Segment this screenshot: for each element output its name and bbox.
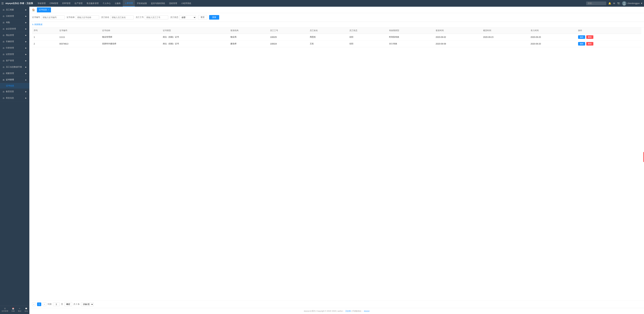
col-action: 操作 bbox=[576, 27, 641, 34]
tab-cert-info[interactable]: 证书信息 × bbox=[37, 7, 51, 12]
refresh-label: 刷新数据 bbox=[34, 23, 42, 26]
forum-label: 论坛 bbox=[24, 310, 28, 312]
reward-icon: ⚖ bbox=[3, 97, 4, 99]
nav-item-miniapp[interactable]: 小程序系统 bbox=[179, 0, 193, 7]
cell-cert-name-1: 物业管理师 bbox=[100, 34, 161, 40]
nav-item-aftersales[interactable]: 售后服务管理 bbox=[84, 0, 100, 7]
sidebar-item-archive[interactable]: ⚖ 档案管理 ▶ bbox=[0, 70, 29, 77]
user-info[interactable]: chendongguo ▼ bbox=[622, 1, 643, 5]
tab-close-icon[interactable]: × bbox=[48, 9, 49, 11]
sidebar-item-supplies[interactable]: ⚖ 用品管理 ▶ bbox=[0, 32, 29, 38]
nav-item-cloud[interactable]: 云服务 bbox=[113, 0, 123, 7]
sidebar-item-seal[interactable]: ⚖ 印章管理 ▶ bbox=[0, 45, 29, 51]
chevron-icon-7: ▶ bbox=[25, 47, 27, 49]
col-cert-type: 证书类型 bbox=[161, 27, 229, 34]
filter-emp-no-group: 员工工号 bbox=[136, 15, 168, 19]
sidebar-bottom-forum[interactable]: 💬 论坛 bbox=[24, 308, 28, 312]
nav-item-dev[interactable]: 开发者桌面 bbox=[135, 0, 149, 7]
emp-no-input[interactable] bbox=[145, 15, 168, 19]
avatar bbox=[622, 1, 626, 5]
sidebar-subitem-cert-info[interactable]: 证书信息 bbox=[0, 83, 29, 89]
top-right-area: 🔔 ✉ 📷 chendongguo ▼ bbox=[586, 1, 643, 5]
sidebar-label-education: 教育背景 bbox=[6, 90, 14, 93]
per-page-select[interactable]: 10条/页 15条/页 20条/页 50条/页 bbox=[81, 302, 94, 306]
next-page-button[interactable]: › bbox=[42, 303, 46, 306]
cert-name-input[interactable] bbox=[76, 15, 99, 19]
sidebar-bottom-notes[interactable]: ✏ 笔记 bbox=[18, 308, 21, 312]
col-issuer: 签发机构 bbox=[229, 27, 268, 34]
tab-bar: 🏠 证书信息 × bbox=[29, 7, 644, 13]
col-emp-no: 员工工号 bbox=[268, 27, 308, 34]
search-input[interactable] bbox=[586, 1, 606, 5]
page-confirm-button[interactable]: 确定 bbox=[64, 302, 72, 306]
employee-dict-icon: ⚖ bbox=[3, 66, 4, 68]
reset-button[interactable]: 重置 bbox=[198, 15, 207, 19]
top-navigation: ☰ skyeye云办公 作者：卫志强 学校管理 CRM管理 ERP管理 生产管理… bbox=[0, 0, 644, 7]
filter-cert-no-group: 证书编号 bbox=[32, 15, 64, 19]
col-issue-date: 签发时间 bbox=[434, 27, 482, 34]
sidebar-item-meeting[interactable]: ⚖ 会议室管理 ▶ bbox=[0, 26, 29, 32]
sidebar-item-attendance[interactable]: ⚖ 考勤 ▶ bbox=[0, 19, 29, 26]
sidebar-label-meeting: 会议室管理 bbox=[6, 27, 16, 30]
nav-item-school[interactable]: 学校管理 bbox=[36, 0, 48, 7]
sidebar-item-education[interactable]: ⚖ 教育背景 ▶ bbox=[0, 89, 29, 95]
user-dropdown-icon[interactable]: ▼ bbox=[641, 2, 643, 4]
nav-item-crm[interactable]: CRM管理 bbox=[48, 0, 60, 7]
refresh-button[interactable]: ↻ 刷新数据 bbox=[32, 23, 42, 26]
nav-item-workflow[interactable]: 流程管理 bbox=[167, 0, 179, 7]
cell-emp-no-2: 100024 bbox=[268, 40, 308, 47]
edit-button-1[interactable]: 编辑 bbox=[578, 35, 585, 39]
filter-bar: 证书编号 证书名称 员工姓名 员工工号 员工状态 全部 在职 离职 bbox=[29, 13, 644, 22]
emp-status-select[interactable]: 全部 在职 离职 bbox=[179, 15, 196, 19]
sidebar-bottom-files[interactable]: ☰ 文件管理 bbox=[2, 308, 8, 312]
sidebar-item-employee-dict[interactable]: ⚖ 员工信息数据字典 ▶ bbox=[0, 64, 29, 70]
cell-issue-date-2: 2020-09-09 bbox=[434, 40, 482, 47]
message-icon[interactable]: ✉ bbox=[613, 2, 615, 5]
nav-item-hr[interactable]: 人事管理 bbox=[123, 0, 135, 7]
edit-button-2[interactable]: 编辑 bbox=[578, 42, 585, 45]
home-tab-button[interactable]: 🏠 bbox=[31, 7, 36, 12]
sidebar-item-license[interactable]: ⚖ 证照管理 ▶ bbox=[0, 51, 29, 58]
notification-icon[interactable]: 🔔 bbox=[608, 2, 611, 5]
footer-open-source-link[interactable]: skyeye bbox=[364, 310, 370, 312]
search-button[interactable]: 搜索 bbox=[209, 15, 219, 19]
sidebar-item-asset[interactable]: ⚖ 资产管理 ▶ bbox=[0, 58, 29, 64]
nav-item-personal[interactable]: 个人中心 bbox=[100, 0, 113, 7]
footer-author-link[interactable]: 卫志强 bbox=[345, 310, 351, 312]
sidebar-bottom-bar: ☰ 文件管理 📅 日程 ✏ 笔记 💬 论坛 bbox=[0, 306, 29, 314]
nav-item-erp[interactable]: ERP管理 bbox=[60, 0, 72, 7]
to-page-label: 到第 bbox=[48, 303, 52, 306]
chevron-icon: ▶ bbox=[25, 9, 27, 11]
sidebar-item-employee-file[interactable]: ⚖ 员工档案 ▶ bbox=[0, 7, 29, 13]
cell-action-1: 编辑 删除 bbox=[576, 34, 641, 40]
cert-no-input[interactable] bbox=[41, 15, 64, 19]
filter-cert-name-group: 证书名称 bbox=[66, 15, 99, 19]
cell-cert-no-1: 11111 bbox=[58, 34, 100, 40]
footer-text: skyeye云系列 | Copyright © 2018~2020 | auth… bbox=[304, 310, 345, 312]
sidebar-item-cert-mgmt[interactable]: ⚖ 证书管理 ▲ bbox=[0, 77, 29, 83]
delete-button-1[interactable]: 删除 bbox=[586, 35, 593, 39]
col-emp-name: 员工姓名 bbox=[308, 27, 348, 34]
table-row: 1 11111 物业管理师 岗位（技能）证书 物业局 100025 周思彤 在职… bbox=[32, 34, 641, 40]
asset-icon: ⚖ bbox=[3, 60, 4, 62]
page-1-button[interactable]: 1 bbox=[37, 303, 41, 306]
delete-button-2[interactable]: 删除 bbox=[586, 42, 593, 45]
hamburger-icon[interactable]: ☰ bbox=[1, 2, 4, 5]
prev-page-button[interactable]: ‹ bbox=[32, 303, 36, 306]
sidebar-label-seal: 印章管理 bbox=[6, 46, 14, 49]
sidebar-item-vehicle[interactable]: ⚖ 车辆管理 ▶ bbox=[0, 38, 29, 45]
cell-expire-date-1: 2020-09-23 bbox=[482, 34, 529, 40]
nav-item-monitor[interactable]: 监控与报表系统 bbox=[149, 0, 167, 7]
scroll-indicator bbox=[643, 152, 644, 162]
cell-emp-name-2: 王彤 bbox=[308, 40, 348, 47]
filter-status-group: 员工状态 全部 在职 离职 bbox=[170, 15, 196, 19]
nav-item-production[interactable]: 生产管理 bbox=[72, 0, 84, 7]
sidebar-item-schedule[interactable]: ⚖ 日程管理 ▶ bbox=[0, 13, 29, 19]
emp-name-input[interactable] bbox=[110, 15, 134, 19]
camera-icon[interactable]: 📷 bbox=[617, 2, 620, 5]
sidebar: ⚖ 员工档案 ▶ ⚖ 日程管理 ▶ ⚖ 考勤 ▶ ⚖ 会议室管理 ▶ bbox=[0, 7, 29, 314]
header-row: 序号 证书编号 证书名称 证书类型 签发机构 员工工号 员工姓名 员工状态 有效… bbox=[32, 27, 641, 34]
sidebar-item-reward[interactable]: ⚖ 奖惩信息 ▶ bbox=[0, 95, 29, 101]
page-number-input[interactable] bbox=[53, 303, 60, 306]
sidebar-bottom-calendar[interactable]: 📅 日程 bbox=[12, 308, 15, 312]
